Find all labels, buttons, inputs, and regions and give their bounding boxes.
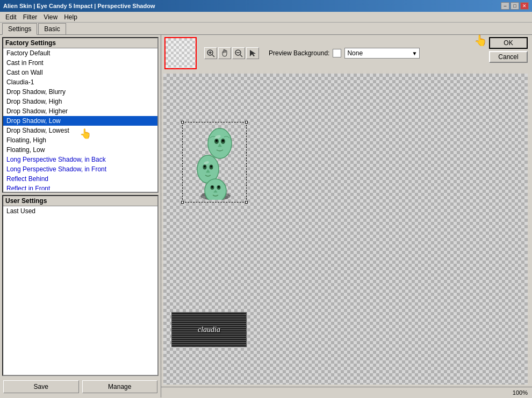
list-item-drop-shadow-low[interactable]: Drop Shadow, Low — [3, 116, 157, 126]
svg-line-5 — [240, 55, 242, 57]
right-toolbar: Preview Background: None ▼ 👆 OK Cancel — [161, 35, 532, 71]
window-title: Alien Skin | Eye Candy 5 Impact | Perspe… — [3, 3, 155, 9]
svg-point-22 — [218, 186, 220, 188]
list-item-drop-shadow-blurry[interactable]: Drop Shadow, Blurry — [3, 87, 157, 97]
menu-filter[interactable]: Filter — [20, 12, 41, 22]
save-button[interactable]: Save — [3, 380, 79, 393]
zoom-level: 100% — [513, 389, 528, 396]
svg-point-16 — [204, 165, 206, 168]
preview-bg-value: None — [347, 49, 363, 57]
select-tool[interactable] — [246, 47, 259, 59]
claudia-text-overlay: claudia — [198, 325, 220, 334]
maximize-btn[interactable]: □ — [511, 2, 519, 10]
close-btn[interactable]: ✕ — [520, 2, 529, 10]
zoom-in-tool[interactable] — [204, 47, 217, 59]
list-item-drop-shadow-high[interactable]: Drop Shadow, High — [3, 97, 157, 106]
faces-svg — [182, 122, 239, 200]
list-item-long-perspective-back[interactable]: Long Perspective Shadow, in Back — [3, 155, 157, 164]
minimize-btn[interactable]: – — [501, 2, 509, 10]
tab-bar: Settings Basic — [0, 23, 532, 34]
preview-bg-section: Preview Background: None ▼ — [269, 48, 420, 59]
list-item-reflect-behind[interactable]: Reflect Behind — [3, 174, 157, 184]
bottom-buttons: Save Manage — [2, 378, 159, 395]
zoom-tool[interactable] — [232, 47, 245, 59]
user-settings-list[interactable]: Last Used — [3, 206, 157, 373]
factory-settings-section: Factory Settings Factory Default Cast in… — [2, 37, 159, 193]
list-item-floating-high[interactable]: Floating, High — [3, 135, 157, 145]
svg-point-18 — [205, 179, 226, 200]
list-item-drop-shadow-higher[interactable]: Drop Shadow, Higher — [3, 106, 157, 116]
menu-bar: Edit Filter View Help — [0, 12, 532, 23]
selection-handle-tr — [245, 121, 248, 124]
menu-edit[interactable]: Edit — [2, 12, 20, 22]
list-item-cast-on-wall[interactable]: Cast on Wall — [3, 68, 157, 77]
user-settings-section: User Settings Last Used — [2, 195, 159, 376]
pan-tool[interactable] — [218, 47, 231, 59]
svg-point-11 — [215, 140, 218, 142]
list-item-cast-in-front[interactable]: Cast in Front — [3, 58, 157, 68]
svg-point-12 — [222, 140, 224, 142]
action-buttons: 👆 OK Cancel — [489, 37, 528, 63]
bottom-thumbnail: claudia — [171, 312, 247, 347]
tab-basic[interactable]: Basic — [38, 23, 66, 34]
list-item-floating-low[interactable]: Floating, Low — [3, 145, 157, 155]
preview-bg-swatch — [333, 49, 341, 57]
right-panel: Preview Background: None ▼ 👆 OK Cancel — [161, 35, 532, 397]
preview-bg-dropdown[interactable]: None ▼ — [344, 48, 420, 59]
list-item-long-perspective-front[interactable]: Long Perspective Shadow, in Front — [3, 164, 157, 174]
manage-button[interactable]: Manage — [82, 380, 158, 393]
ok-button[interactable]: OK — [489, 37, 528, 49]
menu-help[interactable]: Help — [61, 12, 81, 22]
svg-point-21 — [211, 186, 213, 188]
selection-handle-bl — [181, 201, 184, 204]
svg-line-1 — [212, 55, 214, 57]
status-bar: 100% — [161, 387, 532, 397]
title-bar: Alien Skin | Eye Candy 5 Impact | Perspe… — [0, 0, 532, 12]
factory-settings-list[interactable]: Factory Default Cast in Front Cast on Wa… — [3, 48, 157, 190]
dropdown-arrow-icon: ▼ — [412, 50, 417, 56]
preview-thumbnail — [164, 37, 197, 69]
ok-cursor-hint-icon: 👆 — [474, 34, 487, 47]
factory-settings-header: Factory Settings — [3, 38, 157, 48]
list-item-last-used[interactable]: Last Used — [3, 206, 157, 216]
list-item-reflect-in-front[interactable]: Reflect in Front — [3, 184, 157, 190]
preview-canvas[interactable]: claudia — [163, 74, 528, 385]
preview-bg-label: Preview Background: — [269, 49, 329, 57]
selection-handle-br — [245, 201, 248, 204]
tool-icons — [204, 47, 259, 59]
list-item-drop-shadow-lowest[interactable]: Drop Shadow, Lowest — [3, 126, 157, 135]
menu-view[interactable]: View — [40, 12, 61, 22]
window-controls: – □ ✕ — [501, 2, 529, 10]
user-settings-header: User Settings — [3, 196, 157, 206]
tab-settings[interactable]: Settings — [2, 23, 37, 35]
preview-image-area — [182, 122, 247, 202]
cancel-button[interactable]: Cancel — [489, 51, 528, 63]
list-item-factory-default[interactable]: Factory Default — [3, 48, 157, 58]
left-panel: Factory Settings Factory Default Cast in… — [0, 35, 161, 397]
svg-point-17 — [210, 165, 212, 168]
list-item-claudia-1[interactable]: Claudia-1 — [3, 77, 157, 87]
main-content: Factory Settings Factory Default Cast in… — [0, 34, 532, 397]
